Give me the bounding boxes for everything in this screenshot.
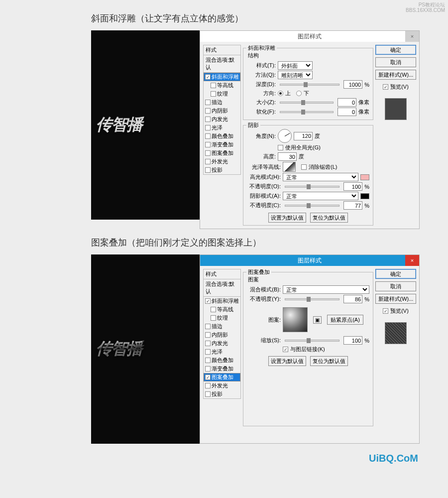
- soften-slider[interactable]: [280, 111, 334, 113]
- checkbox-icon[interactable]: [205, 341, 211, 346]
- shadow-opacity-slider[interactable]: [285, 205, 339, 207]
- style-item-gradient-overlay[interactable]: 渐变叠加: [204, 140, 240, 149]
- cancel-button[interactable]: 取消: [375, 57, 416, 67]
- style-item-inner-glow[interactable]: 内发光: [204, 115, 240, 124]
- opacity-slider[interactable]: [285, 298, 339, 300]
- group-title-bevel: 斜面和浮雕: [246, 44, 277, 52]
- technique-combo[interactable]: 雕刻清晰: [278, 71, 313, 79]
- radio-down[interactable]: [296, 91, 302, 96]
- checkbox-icon[interactable]: [205, 358, 211, 363]
- checkbox-icon[interactable]: [205, 159, 211, 164]
- set-default-button[interactable]: 设置为默认值: [268, 356, 306, 366]
- preview-checkbox[interactable]: ✓: [383, 308, 388, 314]
- opacity-input[interactable]: [343, 295, 362, 303]
- altitude-input[interactable]: [278, 152, 297, 161]
- scale-input[interactable]: [343, 336, 362, 345]
- style-item-drop-shadow[interactable]: 投影: [204, 390, 240, 398]
- highlight-color-swatch[interactable]: [360, 174, 369, 180]
- checkbox-icon[interactable]: [205, 383, 211, 388]
- ok-button[interactable]: 确定: [375, 269, 416, 279]
- checkbox-icon[interactable]: [205, 167, 211, 173]
- new-style-button[interactable]: 新建样式(W)...: [375, 70, 416, 80]
- highlight-opacity-slider[interactable]: [285, 186, 339, 188]
- style-item-gradient-overlay[interactable]: 渐变叠加: [204, 365, 240, 373]
- style-item-satin[interactable]: 光泽: [204, 348, 240, 356]
- style-item-contour[interactable]: 等高线: [204, 305, 240, 314]
- shadow-mode-combo[interactable]: 正常: [283, 192, 358, 200]
- angle-dial[interactable]: [278, 129, 292, 143]
- gloss-contour[interactable]: [283, 162, 296, 172]
- checkbox-icon[interactable]: [205, 142, 211, 147]
- set-default-button[interactable]: 设置为默认值: [268, 213, 306, 223]
- highlight-mode-label: 高光模式(H):: [247, 173, 281, 181]
- highlight-mode-combo[interactable]: 正常: [283, 173, 358, 181]
- highlight-opacity-input[interactable]: [343, 182, 362, 191]
- style-item-inner-shadow[interactable]: 内阴影: [204, 107, 240, 115]
- new-style-button[interactable]: 新建样式(W)...: [375, 294, 416, 304]
- shadow-opacity-input[interactable]: [343, 201, 362, 210]
- style-item-stroke[interactable]: 描边: [204, 98, 240, 107]
- checkbox-icon[interactable]: [205, 366, 211, 372]
- settings-panel: 图案叠加 图案 混合模式(B):正常 不透明度(Y):% 图案: ▣ 贴紧原点(…: [243, 269, 373, 426]
- cancel-button[interactable]: 取消: [375, 281, 416, 291]
- preview-checkbox[interactable]: ✓: [383, 84, 388, 90]
- blend-options[interactable]: 混合选项:默认: [203, 55, 241, 73]
- checkbox-icon[interactable]: [211, 315, 216, 321]
- blend-mode-combo[interactable]: 正常: [283, 285, 369, 294]
- soften-input[interactable]: [337, 108, 356, 116]
- checkbox-icon[interactable]: [205, 349, 211, 355]
- checkbox-icon[interactable]: [205, 324, 211, 329]
- style-item-bevel[interactable]: ✓斜面和浮雕: [204, 297, 240, 305]
- style-item-contour[interactable]: 等高线: [204, 81, 240, 90]
- global-light-checkbox[interactable]: [278, 145, 283, 150]
- style-item-texture[interactable]: 纹理: [204, 90, 240, 98]
- scale-slider[interactable]: [285, 340, 339, 342]
- checkbox-icon[interactable]: [205, 133, 211, 139]
- style-item-drop-shadow[interactable]: 投影: [204, 166, 240, 174]
- angle-input[interactable]: [294, 132, 313, 140]
- checkbox-icon[interactable]: [205, 332, 211, 338]
- radio-up[interactable]: [278, 91, 283, 96]
- depth-input[interactable]: [343, 80, 362, 89]
- new-preset-icon[interactable]: ▣: [313, 316, 322, 324]
- checkbox-icon[interactable]: [205, 125, 211, 130]
- checkbox-icon[interactable]: ✓: [205, 74, 211, 80]
- checkbox-icon[interactable]: [205, 100, 211, 105]
- checkbox-icon[interactable]: [211, 91, 216, 97]
- close-icon[interactable]: ×: [405, 255, 419, 266]
- style-item-stroke[interactable]: 描边: [204, 322, 240, 331]
- checkbox-icon[interactable]: ✓: [205, 298, 211, 304]
- checkbox-icon[interactable]: [205, 108, 211, 114]
- reset-default-button[interactable]: 复位为默认值: [310, 356, 348, 366]
- link-checkbox[interactable]: ✓: [283, 347, 288, 352]
- style-item-outer-glow[interactable]: 外发光: [204, 157, 240, 166]
- style-item-inner-glow[interactable]: 内发光: [204, 339, 240, 348]
- depth-slider[interactable]: [280, 84, 339, 86]
- blend-options[interactable]: 混合选项:默认: [203, 279, 241, 297]
- close-icon[interactable]: ×: [405, 31, 419, 42]
- size-input[interactable]: [337, 98, 356, 107]
- shadow-color-swatch[interactable]: [360, 193, 369, 199]
- style-item-satin[interactable]: 光泽: [204, 124, 240, 132]
- style-item-outer-glow[interactable]: 外发光: [204, 381, 240, 390]
- style-item-bevel[interactable]: ✓斜面和浮雕: [204, 73, 240, 81]
- style-item-color-overlay[interactable]: 颜色叠加: [204, 132, 240, 140]
- pattern-picker[interactable]: [283, 307, 308, 332]
- checkbox-icon[interactable]: [205, 391, 211, 397]
- checkbox-icon[interactable]: [205, 117, 211, 122]
- checkbox-icon[interactable]: ✓: [205, 374, 211, 380]
- checkbox-icon[interactable]: [211, 83, 216, 88]
- style-item-texture[interactable]: 纹理: [204, 314, 240, 322]
- snap-origin-button[interactable]: 贴紧原点(A): [327, 315, 363, 325]
- style-combo[interactable]: 外斜面: [278, 61, 313, 70]
- checkbox-icon[interactable]: [211, 307, 216, 312]
- size-slider[interactable]: [280, 102, 334, 104]
- checkbox-icon[interactable]: [205, 150, 211, 156]
- antialias-checkbox[interactable]: [301, 164, 307, 170]
- style-item-pattern-overlay[interactable]: ✓图案叠加: [204, 373, 240, 381]
- ok-button[interactable]: 确定: [375, 45, 416, 55]
- style-item-pattern-overlay[interactable]: 图案叠加: [204, 149, 240, 157]
- style-item-inner-shadow[interactable]: 内阴影: [204, 331, 240, 339]
- reset-default-button[interactable]: 复位为默认值: [310, 213, 348, 223]
- style-item-color-overlay[interactable]: 颜色叠加: [204, 356, 240, 365]
